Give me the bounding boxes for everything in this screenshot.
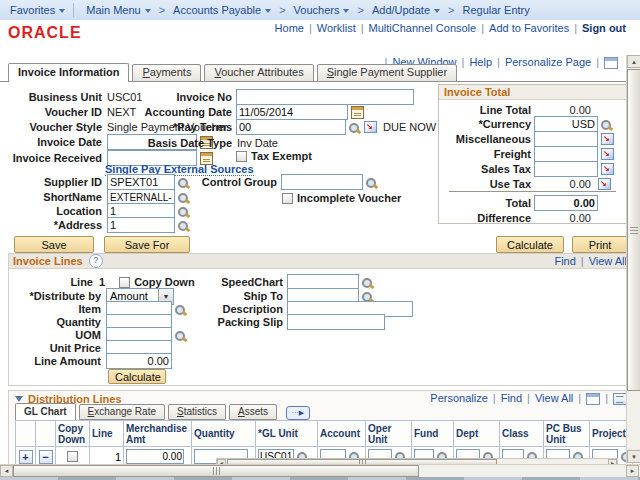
breadcrumb-main-menu[interactable]: Main Menu: [86, 4, 150, 16]
multichannel-console-link[interactable]: MultiChannel Console: [369, 22, 477, 34]
scroll-up-button[interactable]: ▲: [627, 55, 640, 68]
speedchart-lookup-icon[interactable]: [361, 276, 374, 289]
miscellaneous-input[interactable]: [534, 131, 598, 147]
packing-slip-row: Packing Slip: [163, 314, 385, 330]
tab-gl-chart[interactable]: GL Chart: [15, 403, 76, 420]
accounting-date-row: Accounting Date: [82, 104, 364, 120]
miscellaneous-transfer-icon[interactable]: [601, 133, 614, 145]
row-copy-down-checkbox[interactable]: [67, 451, 78, 462]
shortname-lookup-icon[interactable]: [177, 191, 190, 204]
address-label: *Address: [4, 219, 102, 231]
invoice-total-panel: Invoice Total Line Total 0.00 *Currency …: [438, 84, 627, 224]
use-tax-transfer-icon[interactable]: [598, 178, 611, 190]
invoice-no-input[interactable]: [236, 89, 414, 105]
home-link[interactable]: Home: [275, 22, 304, 34]
pay-terms-input[interactable]: [236, 119, 346, 135]
col-header-merchandise-amt: Merchandise Amt: [124, 421, 192, 447]
freight-input[interactable]: [534, 146, 598, 162]
accounting-date-input[interactable]: [236, 104, 348, 120]
sign-out-link[interactable]: Sign out: [582, 22, 626, 34]
add-to-favorites-link[interactable]: Add to Favorites: [489, 22, 569, 34]
vertical-scrollbar[interactable]: ▲ ▼: [626, 55, 640, 463]
pay-terms-transfer-icon[interactable]: [364, 121, 377, 133]
distribution-find-link[interactable]: Find: [501, 392, 522, 404]
pay-terms-label: *Pay Terms: [82, 121, 232, 133]
total-input[interactable]: [534, 195, 598, 211]
tab-assets[interactable]: Assets: [229, 404, 277, 420]
scroll-right-button[interactable]: ►: [626, 465, 639, 477]
currency-input[interactable]: [534, 116, 598, 132]
tab-voucher-attributes[interactable]: Voucher Attributes: [204, 64, 313, 82]
breadcrumb: Favorites Main Menu Accounts Payable Vou…: [0, 0, 640, 20]
calendar-icon[interactable]: [351, 106, 364, 119]
breadcrumb-vouchers[interactable]: Vouchers: [294, 4, 350, 16]
distribution-view-all-link[interactable]: View All: [535, 392, 573, 404]
distribution-links: Personalize|Find|View All||: [430, 392, 627, 405]
sales-tax-row: Sales Tax: [439, 161, 614, 177]
horizontal-scrollbar[interactable]: ◄ ►: [0, 464, 640, 477]
supplier-id-label: Supplier ID: [4, 176, 102, 188]
tab-statistics[interactable]: Statistics: [168, 404, 226, 420]
calculate-button[interactable]: Calculate: [496, 236, 564, 253]
invoice-lines-find-link[interactable]: Find: [554, 255, 575, 267]
invoice-lines-view-all-link[interactable]: View All: [589, 255, 627, 267]
sales-tax-transfer-icon[interactable]: [601, 163, 614, 175]
col-header-copy-down: Copy Down: [56, 421, 90, 447]
horizontal-scrollbar-thumb[interactable]: [13, 465, 419, 477]
location-lookup-icon[interactable]: [177, 205, 190, 218]
col-header-account: Account: [318, 421, 366, 447]
show-all-columns-icon[interactable]: [286, 406, 310, 420]
vertical-scrollbar-thumb[interactable]: [627, 69, 640, 391]
breadcrumb-add-update[interactable]: Add/Update: [372, 4, 440, 16]
breadcrumb-accounts-payable[interactable]: Accounts Payable: [173, 4, 271, 16]
tax-exempt-checkbox[interactable]: [236, 151, 247, 162]
tax-exempt-label: Tax Exempt: [251, 150, 312, 162]
help-link[interactable]: Help: [469, 56, 492, 68]
col-header-fund: Fund: [412, 421, 454, 447]
breadcrumb-favorites-label: Favorites: [10, 4, 55, 16]
tab-single-payment-supplier[interactable]: Single Payment Supplier: [317, 64, 457, 82]
grid-zoom-icon[interactable]: [586, 393, 600, 405]
uom-lookup-icon[interactable]: [174, 329, 187, 342]
breadcrumb-regular-entry[interactable]: Regular Entry: [462, 4, 529, 16]
scroll-down-button[interactable]: ▼: [627, 450, 640, 463]
pay-terms-lookup-icon[interactable]: [348, 121, 361, 134]
personalize-link[interactable]: Personalize: [430, 392, 487, 404]
tab-invoice-information[interactable]: Invoice Information: [8, 63, 129, 82]
divider: |: [493, 392, 496, 404]
address-lookup-icon[interactable]: [177, 219, 190, 232]
personalize-page-link[interactable]: Personalize Page: [505, 56, 591, 68]
print-button[interactable]: Print: [572, 236, 628, 253]
tab-payments[interactable]: Payments: [132, 64, 201, 82]
save-button[interactable]: Save: [14, 236, 94, 253]
download-grid-icon[interactable]: [613, 393, 627, 405]
address-input[interactable]: [107, 217, 175, 233]
col-header-dept: Dept: [454, 421, 500, 447]
add-row-button[interactable]: [19, 450, 33, 464]
delete-row-button[interactable]: [39, 450, 53, 464]
worklist-link[interactable]: Worklist: [317, 22, 356, 34]
freight-transfer-icon[interactable]: [601, 148, 614, 160]
divider: |: [581, 255, 584, 267]
merchandise-amt-input[interactable]: [126, 449, 184, 464]
collapse-triangle-icon[interactable]: [15, 396, 23, 402]
col-header-delete: [36, 421, 56, 447]
save-for-later-button[interactable]: Save For Later: [104, 236, 190, 253]
oracle-logo: ORACLE: [8, 24, 82, 42]
scroll-left-button[interactable]: ◄: [0, 465, 13, 477]
sales-tax-input[interactable]: [534, 161, 598, 177]
breadcrumb-favorites[interactable]: Favorites: [10, 4, 65, 16]
help-icon[interactable]: [89, 254, 103, 268]
line-calculate-button[interactable]: Calculate: [108, 369, 166, 384]
shortname-label: ShortName: [4, 191, 102, 203]
line-amount-input[interactable]: [106, 353, 172, 369]
tab-exchange-rate[interactable]: Exchange Rate: [79, 404, 165, 420]
control-group-lookup-icon[interactable]: [365, 176, 378, 189]
currency-lookup-icon[interactable]: [600, 118, 613, 131]
copy-down-checkbox[interactable]: [119, 277, 130, 288]
packing-slip-input[interactable]: [287, 314, 385, 330]
invoice-lines-links: Find|View All: [554, 255, 627, 267]
incomplete-voucher-checkbox[interactable]: [282, 193, 293, 204]
copy-url-icon[interactable]: [604, 57, 618, 69]
control-group-input[interactable]: [281, 174, 363, 190]
